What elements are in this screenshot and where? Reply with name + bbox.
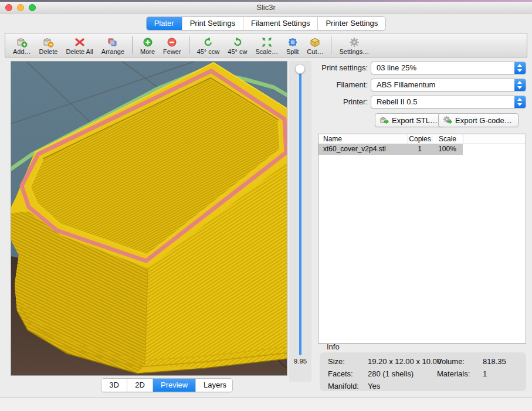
volume-label: Volume: xyxy=(437,357,465,366)
tab-plater[interactable]: Plater xyxy=(147,17,182,30)
delete-all-button[interactable]: Delete All xyxy=(62,33,97,57)
fewer-label: Fewer xyxy=(163,48,181,55)
export-stl-button[interactable]: Export STL… xyxy=(375,113,444,127)
add-label: Add… xyxy=(13,48,31,55)
printer-value: Rebell II 0.5 xyxy=(377,96,417,108)
toolbar-separator xyxy=(331,36,331,54)
arrange-button[interactable]: Arrange xyxy=(97,33,128,57)
split-dots-icon xyxy=(287,36,299,48)
dropdown-stepper-icon xyxy=(514,79,526,91)
tab-filament-settings[interactable]: Filament Settings xyxy=(243,17,318,30)
more-button[interactable]: More xyxy=(136,33,159,57)
filament-select[interactable]: ABS Fillamentum xyxy=(371,79,526,91)
rotate-cw-label: 45° cw xyxy=(228,48,247,55)
rotate-cw-button[interactable]: 45° cw xyxy=(223,33,251,57)
tab-printer-settings[interactable]: Printer Settings xyxy=(318,17,385,30)
fewer-button[interactable]: Fewer xyxy=(159,33,185,57)
settings-button[interactable]: Settings… xyxy=(335,33,373,57)
delete-package-icon xyxy=(42,36,55,48)
view-mode-tabs: 3D 2D Preview Layers xyxy=(101,378,233,392)
main-tab-bar: Plater Print Settings Filament Settings … xyxy=(0,13,532,33)
arrange-label: Arrange xyxy=(101,48,124,55)
print-settings-label: Print settings: xyxy=(317,62,368,74)
more-plus-icon xyxy=(143,36,153,48)
object-list-header: Name Copies Scale xyxy=(318,134,526,144)
export-stl-icon xyxy=(379,116,389,125)
delete-button[interactable]: Delete xyxy=(35,33,62,57)
add-package-icon xyxy=(15,36,28,48)
status-bar xyxy=(0,398,532,411)
window-title: Slic3r xyxy=(0,3,532,12)
info-box: Size: 19.20 x 12.00 x 10.00 Volume: 818.… xyxy=(320,352,526,391)
column-header-name: Name xyxy=(318,134,408,144)
info-section-title: Info xyxy=(327,342,340,351)
rotate-ccw-label: 45° ccw xyxy=(197,48,220,55)
rotate-ccw-button[interactable]: 45° ccw xyxy=(193,33,224,57)
row-object-name: xt60_cover_v2p4.stl xyxy=(318,144,408,155)
export-gcode-icon xyxy=(443,116,452,125)
column-header-copies: Copies xyxy=(408,134,432,144)
view-tab-2d[interactable]: 2D xyxy=(127,379,153,392)
scale-arrows-icon xyxy=(261,36,273,48)
dropdown-stepper-icon xyxy=(514,96,526,108)
delete-all-label: Delete All xyxy=(66,48,93,55)
table-row[interactable]: xt60_cover_v2p4.stl 1 100% xyxy=(318,144,463,155)
scale-button[interactable]: Scale… xyxy=(251,33,282,57)
fewer-minus-icon xyxy=(167,36,177,48)
toolbar-separator xyxy=(132,36,133,54)
toolbar: Add… Delete Delete All xyxy=(5,33,527,57)
filament-value: ABS Fillamentum xyxy=(377,79,435,91)
title-bar[interactable]: Slic3r xyxy=(0,2,532,13)
facets-label: Facets: xyxy=(328,369,353,378)
export-stl-label: Export STL… xyxy=(392,116,438,125)
row-copies: 1 xyxy=(408,144,432,155)
3d-viewport[interactable] xyxy=(11,61,287,376)
object-list-table: Name Copies Scale xt60_cover_v2p4.stl 1 … xyxy=(318,134,526,344)
printer-select[interactable]: Rebell II 0.5 xyxy=(371,96,526,108)
rotate-ccw-icon xyxy=(202,36,214,48)
rotate-cw-icon xyxy=(232,36,243,48)
layer-slider-track[interactable] xyxy=(299,70,301,355)
split-button[interactable]: Split xyxy=(282,33,303,57)
export-gcode-label: Export G-code… xyxy=(455,116,512,125)
manifold-label: Manifold: xyxy=(328,382,359,390)
layer-slider-knob[interactable] xyxy=(295,64,305,74)
column-divider xyxy=(463,134,463,144)
export-gcode-button[interactable]: Export G-code… xyxy=(438,113,519,127)
layer-slider: 9.95 xyxy=(289,61,311,382)
size-value: 19.20 x 12.00 x 10.00 xyxy=(368,357,441,366)
facets-value: 280 (1 shells) xyxy=(368,369,414,378)
settings-gear-icon xyxy=(348,36,360,48)
scale-label: Scale… xyxy=(255,48,278,55)
print-settings-select[interactable]: 03 line 25% xyxy=(371,62,526,74)
layer-slider-value: 9.95 xyxy=(289,358,311,365)
view-tab-layers[interactable]: Layers xyxy=(196,379,232,392)
volume-value: 818.35 xyxy=(483,357,506,366)
cut-button[interactable]: Cut… xyxy=(303,33,327,57)
materials-value: 1 xyxy=(483,369,487,378)
split-label: Split xyxy=(286,48,299,55)
more-label: More xyxy=(140,48,155,55)
delete-all-icon xyxy=(74,36,86,48)
manifold-value: Yes xyxy=(368,382,380,390)
view-tab-preview[interactable]: Preview xyxy=(153,379,196,392)
delete-label: Delete xyxy=(39,48,58,55)
size-label: Size: xyxy=(328,357,345,366)
print-settings-value: 03 line 25% xyxy=(377,62,416,74)
slic3r-window: Slic3r Plater Print Settings Filament Se… xyxy=(0,0,532,411)
filament-label: Filament: xyxy=(317,79,368,91)
tab-print-settings[interactable]: Print Settings xyxy=(182,17,243,30)
view-tab-3d[interactable]: 3D xyxy=(101,379,127,392)
cut-label: Cut… xyxy=(307,48,323,55)
row-scale: 100% xyxy=(432,144,463,155)
column-header-scale: Scale xyxy=(432,134,463,144)
cut-box-icon xyxy=(309,36,321,48)
settings-panel: Print settings: 03 line 25% Filament: AB… xyxy=(317,57,528,398)
arrange-cubes-icon xyxy=(106,36,119,48)
settings-label: Settings… xyxy=(339,48,369,55)
main-area: 9.95 3D 2D Preview Layers Print settings… xyxy=(0,57,532,398)
add-button[interactable]: Add… xyxy=(9,33,35,57)
dropdown-stepper-icon xyxy=(514,62,526,74)
materials-label: Materials: xyxy=(437,369,470,378)
printer-label: Printer: xyxy=(317,96,368,108)
